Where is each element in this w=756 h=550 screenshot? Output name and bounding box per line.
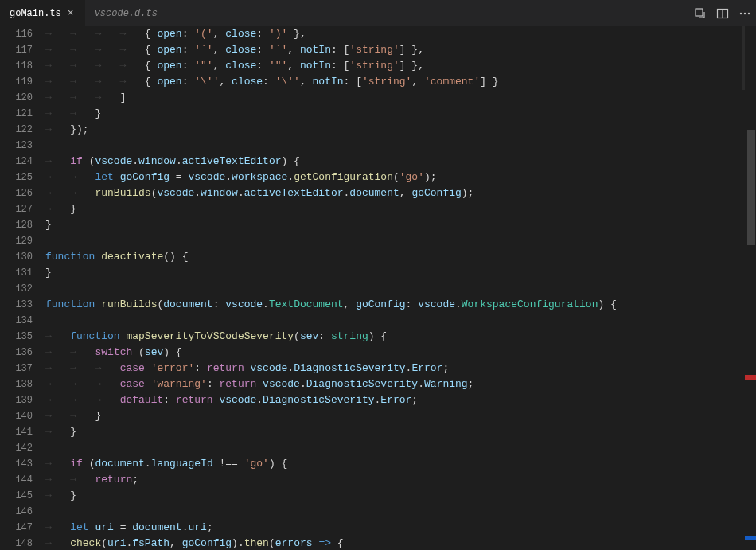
svg-point-4 (744, 12, 746, 14)
code-line[interactable] (45, 233, 756, 249)
tab-gomain[interactable]: goMain.ts × (0, 0, 85, 26)
line-number: 139 (0, 392, 33, 408)
code-line[interactable] (45, 440, 756, 456)
code-line[interactable] (45, 281, 756, 297)
line-number: 127 (0, 201, 33, 217)
svg-rect-0 (696, 9, 703, 16)
editor-actions (694, 0, 751, 26)
code-line[interactable]: → → let goConfig = vscode.workspace.getC… (45, 170, 756, 185)
line-number: 120 (0, 90, 33, 106)
line-number: 123 (0, 138, 33, 154)
code-line[interactable]: } (45, 265, 756, 281)
code-line[interactable]: → → return; (45, 472, 756, 488)
svg-point-3 (740, 12, 742, 14)
tab-bar: goMain.ts × vscode.d.ts (0, 0, 756, 26)
line-number: 144 (0, 472, 33, 488)
line-number: 145 (0, 488, 33, 504)
code-line[interactable]: → → → ] (45, 90, 756, 106)
code-line[interactable] (45, 313, 756, 329)
line-number: 148 (0, 536, 33, 550)
line-number: 129 (0, 233, 33, 249)
line-number: 136 (0, 345, 33, 361)
line-number: 122 (0, 122, 33, 138)
code-line[interactable]: → function mapSeverityToVSCodeSeverity(s… (45, 329, 756, 345)
line-number: 142 (0, 440, 33, 456)
overview-ruler-mark (745, 375, 756, 380)
line-number: 146 (0, 504, 33, 520)
line-number: 138 (0, 376, 33, 392)
code-line[interactable]: → if (document.languageId !== 'go') { (45, 456, 756, 472)
code-line[interactable]: → → switch (sev) { (45, 345, 756, 361)
code-line[interactable] (45, 504, 756, 520)
code-line[interactable]: } (45, 217, 756, 233)
code-line[interactable]: → → → → { open: '(', close: ')' }, (45, 26, 756, 42)
code-line[interactable]: → } (45, 424, 756, 440)
svg-point-5 (748, 12, 750, 14)
code-line[interactable]: → } (45, 201, 756, 217)
line-number-gutter: 1161171181191201211221231241251261271281… (0, 26, 45, 550)
line-number: 119 (0, 74, 33, 90)
line-number: 116 (0, 26, 33, 42)
line-number: 147 (0, 520, 33, 536)
code-line[interactable]: → }); (45, 122, 756, 138)
code-content[interactable]: → → → → { open: '(', close: ')' },→ → → … (45, 26, 756, 550)
scrollbar-thumb[interactable] (747, 130, 755, 245)
line-number: 125 (0, 170, 33, 185)
tab-label: vscode.d.ts (95, 8, 158, 19)
line-number: 132 (0, 281, 33, 297)
code-line[interactable]: → → → → { open: '`', close: '`', notIn: … (45, 42, 756, 58)
code-line[interactable]: → check(uri.fsPath, goConfig).then(error… (45, 536, 756, 550)
code-line[interactable]: → → } (45, 408, 756, 424)
tab-label: goMain.ts (10, 8, 61, 19)
line-number: 117 (0, 42, 33, 58)
line-number: 141 (0, 424, 33, 440)
code-line[interactable]: → → → case 'warning': return vscode.Diag… (45, 376, 756, 392)
code-line[interactable]: → } (45, 488, 756, 504)
code-line[interactable]: → → runBuilds(vscode.window.activeTextEd… (45, 185, 756, 201)
code-line[interactable]: function deactivate() { (45, 249, 756, 265)
line-number: 121 (0, 106, 33, 122)
line-number: 133 (0, 297, 33, 313)
line-number: 135 (0, 329, 33, 345)
overview-ruler-mark (745, 536, 756, 540)
line-number: 134 (0, 313, 33, 329)
code-line[interactable]: → → → → { open: '\'', close: '\'', notIn… (45, 74, 756, 90)
line-number: 140 (0, 408, 33, 424)
code-line[interactable]: → let uri = document.uri; (45, 520, 756, 536)
more-icon[interactable] (738, 7, 751, 20)
line-number: 131 (0, 265, 33, 281)
code-line[interactable]: → → } (45, 106, 756, 122)
line-number: 128 (0, 217, 33, 233)
code-line[interactable] (45, 138, 756, 154)
line-number: 137 (0, 361, 33, 376)
tab-vscode-dts[interactable]: vscode.d.ts (85, 0, 167, 26)
line-number: 130 (0, 249, 33, 265)
code-line[interactable]: → if (vscode.window.activeTextEditor) { (45, 154, 756, 170)
line-number: 124 (0, 154, 33, 170)
code-line[interactable]: → → → default: return vscode.DiagnosticS… (45, 392, 756, 408)
editor-area[interactable]: 1161171181191201211221231241251261271281… (0, 26, 756, 550)
code-line[interactable]: → → → → { open: '"', close: '"', notIn: … (45, 58, 756, 74)
diff-icon[interactable] (694, 7, 707, 20)
line-number: 118 (0, 58, 33, 74)
line-number: 143 (0, 456, 33, 472)
close-icon[interactable]: × (66, 7, 76, 19)
code-line[interactable]: function runBuilds(document: vscode.Text… (45, 297, 756, 313)
line-number: 126 (0, 185, 33, 201)
code-line[interactable]: → → → case 'error': return vscode.Diagno… (45, 361, 756, 376)
split-editor-icon[interactable] (716, 7, 729, 20)
vertical-scrollbar[interactable] (745, 26, 756, 550)
